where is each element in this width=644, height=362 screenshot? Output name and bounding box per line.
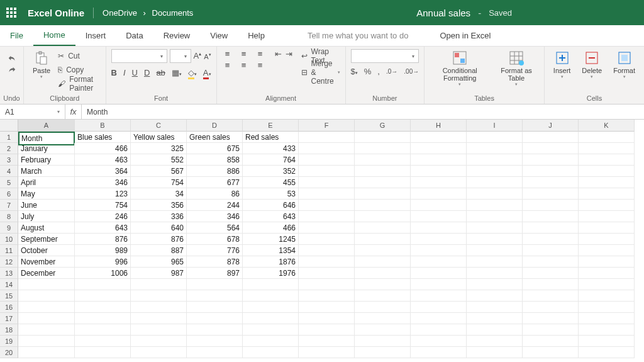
cell-K9[interactable]: [579, 222, 635, 234]
cell-K17[interactable]: [579, 313, 635, 324]
cell-I3[interactable]: [467, 154, 523, 166]
cell-H4[interactable]: [411, 166, 467, 177]
document-title[interactable]: Annual sales: [416, 8, 470, 18]
insert-cells-button[interactable]: Insert▾: [550, 49, 575, 81]
row-header-17[interactable]: 17: [0, 313, 18, 324]
formula-input[interactable]: Month: [82, 108, 644, 116]
column-header-K[interactable]: K: [579, 120, 635, 132]
cell-H10[interactable]: [411, 234, 467, 245]
tab-help[interactable]: Help: [238, 25, 275, 46]
cell-E7[interactable]: 646: [243, 200, 299, 211]
bold-button[interactable]: B: [111, 68, 117, 77]
cell-C11[interactable]: 887: [131, 245, 187, 256]
fill-color-button[interactable]: ◇▾: [188, 68, 197, 77]
crumb-onedrive[interactable]: OneDrive: [103, 8, 137, 18]
cell-H7[interactable]: [411, 200, 467, 211]
cell-B20[interactable]: [75, 347, 131, 358]
cell-A20[interactable]: [18, 347, 75, 358]
cell-F2[interactable]: [299, 143, 355, 154]
align-top-icon[interactable]: ≡: [222, 49, 233, 58]
tab-review[interactable]: Review: [153, 25, 201, 46]
cell-C17[interactable]: [131, 313, 187, 324]
cell-H14[interactable]: [411, 279, 467, 290]
cell-F16[interactable]: [299, 302, 355, 313]
decrease-decimal-button[interactable]: .00→: [404, 68, 419, 75]
comma-button[interactable]: ,: [377, 67, 380, 76]
cell-I8[interactable]: [467, 211, 523, 222]
cell-G15[interactable]: [355, 290, 411, 302]
column-header-E[interactable]: E: [243, 120, 299, 132]
cell-D18[interactable]: [187, 324, 243, 336]
cell-F4[interactable]: [299, 166, 355, 177]
cell-E4[interactable]: 352: [243, 166, 299, 177]
cell-E11[interactable]: 1354: [243, 245, 299, 256]
column-header-F[interactable]: F: [299, 120, 355, 132]
cell-B7[interactable]: 754: [75, 200, 131, 211]
cell-K11[interactable]: [579, 245, 635, 256]
cell-J7[interactable]: [523, 200, 579, 211]
cell-D19[interactable]: [187, 336, 243, 347]
column-header-B[interactable]: B: [75, 120, 131, 132]
cell-I14[interactable]: [467, 279, 523, 290]
cell-A7[interactable]: June: [18, 200, 75, 211]
cell-K16[interactable]: [579, 302, 635, 313]
name-box[interactable]: A1▾: [0, 105, 65, 119]
cell-E12[interactable]: 1876: [243, 256, 299, 268]
cell-A16[interactable]: [18, 302, 75, 313]
cell-H6[interactable]: [411, 188, 467, 200]
cell-F8[interactable]: [299, 211, 355, 222]
cell-J6[interactable]: [523, 188, 579, 200]
row-header-5[interactable]: 5: [0, 177, 18, 188]
cell-B8[interactable]: 246: [75, 211, 131, 222]
tab-file[interactable]: File: [0, 25, 33, 46]
column-header-I[interactable]: I: [467, 120, 523, 132]
row-header-3[interactable]: 3: [0, 154, 18, 166]
cell-D17[interactable]: [187, 313, 243, 324]
cell-H20[interactable]: [411, 347, 467, 358]
row-header-7[interactable]: 7: [0, 200, 18, 211]
cell-E13[interactable]: 1976: [243, 268, 299, 279]
align-left-icon[interactable]: ≡: [222, 60, 233, 69]
cell-C13[interactable]: 987: [131, 268, 187, 279]
cell-F14[interactable]: [299, 279, 355, 290]
cell-J18[interactable]: [523, 324, 579, 336]
tab-insert[interactable]: Insert: [75, 25, 116, 46]
cut-button[interactable]: ✂Cut: [58, 49, 100, 63]
cell-J13[interactable]: [523, 268, 579, 279]
app-launcher-icon[interactable]: [6, 8, 16, 18]
cell-E10[interactable]: 1245: [243, 234, 299, 245]
redo-icon[interactable]: [8, 65, 16, 74]
row-header-16[interactable]: 16: [0, 302, 18, 313]
cell-A18[interactable]: [18, 324, 75, 336]
cell-I17[interactable]: [467, 313, 523, 324]
tab-view[interactable]: View: [200, 25, 238, 46]
cell-G13[interactable]: [355, 268, 411, 279]
font-family-select[interactable]: ▾: [111, 49, 167, 63]
cell-G20[interactable]: [355, 347, 411, 358]
cell-I11[interactable]: [467, 245, 523, 256]
crumb-documents[interactable]: Documents: [152, 8, 194, 18]
cell-D20[interactable]: [187, 347, 243, 358]
cell-F9[interactable]: [299, 222, 355, 234]
spreadsheet-grid[interactable]: 1234567891011121314151617181920 ABCDEFGH…: [0, 120, 644, 362]
cell-F13[interactable]: [299, 268, 355, 279]
cell-E19[interactable]: [243, 336, 299, 347]
cell-E16[interactable]: [243, 302, 299, 313]
cell-H9[interactable]: [411, 222, 467, 234]
column-header-D[interactable]: D: [187, 120, 243, 132]
decrease-indent-icon[interactable]: ⇤: [275, 49, 282, 59]
cell-B5[interactable]: 346: [75, 177, 131, 188]
row-header-12[interactable]: 12: [0, 256, 18, 268]
fx-icon[interactable]: fx: [65, 105, 82, 119]
cell-E18[interactable]: [243, 324, 299, 336]
cell-I9[interactable]: [467, 222, 523, 234]
cell-H13[interactable]: [411, 268, 467, 279]
cell-E15[interactable]: [243, 290, 299, 302]
font-color-button[interactable]: A▾: [203, 68, 211, 77]
cell-J12[interactable]: [523, 256, 579, 268]
cell-H8[interactable]: [411, 211, 467, 222]
cell-C2[interactable]: 325: [131, 143, 187, 154]
cell-D6[interactable]: 86: [187, 188, 243, 200]
cell-C3[interactable]: 552: [131, 154, 187, 166]
cell-B10[interactable]: 876: [75, 234, 131, 245]
